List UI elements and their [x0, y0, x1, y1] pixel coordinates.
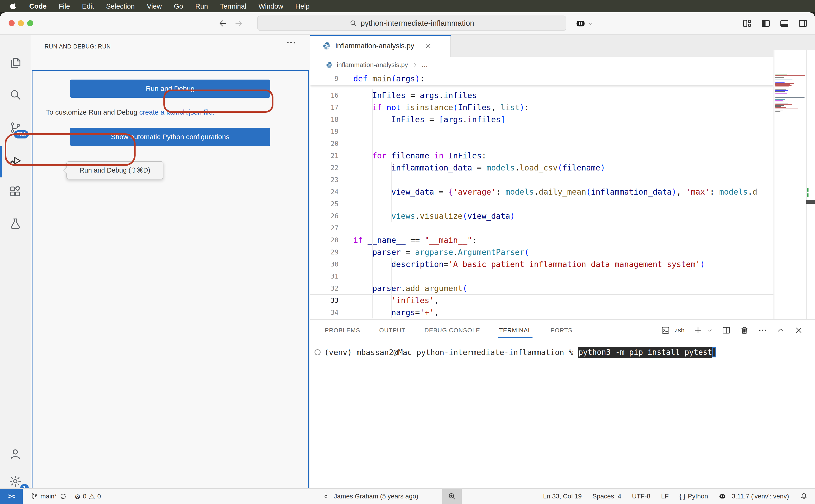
toggle-secondary-sidebar-icon[interactable]: [798, 18, 808, 29]
traffic-light-minimize[interactable]: [18, 20, 24, 26]
remote-indicator[interactable]: ><: [0, 489, 23, 504]
menu-go[interactable]: Go: [174, 2, 183, 10]
breadcrumb-more[interactable]: …: [422, 61, 428, 69]
sidebar-title: RUN AND DEBUG: RUN: [45, 43, 111, 50]
navigate-forward-icon[interactable]: [234, 19, 244, 28]
line-number: 25: [310, 200, 338, 208]
menu-view[interactable]: View: [147, 2, 161, 10]
activity-item-explorer[interactable]: [0, 50, 31, 76]
menu-code[interactable]: Code: [29, 2, 47, 10]
command-decoration-icon[interactable]: [315, 349, 321, 355]
maximize-panel-icon[interactable]: [776, 326, 785, 335]
code-text: for filename in InFiles:: [353, 150, 486, 162]
git-blame-label[interactable]: James Graham (5 years ago): [334, 493, 418, 500]
traffic-light-close[interactable]: [9, 20, 15, 26]
code-text: if __name__ == "__main__":: [353, 234, 477, 246]
code-line-19[interactable]: 19: [310, 125, 773, 138]
search-value: python-intermediate-inflammation: [361, 19, 474, 28]
activity-item-search[interactable]: [0, 82, 31, 107]
scrollbar-thumb[interactable]: [806, 200, 815, 204]
activity-item-accounts[interactable]: [0, 441, 31, 466]
code-line-33[interactable]: 33 'infiles',: [310, 294, 773, 306]
panel-tab-ports[interactable]: PORTS: [550, 321, 573, 340]
code-line-22[interactable]: 22 inflammation_data = models.load_csv(f…: [310, 162, 773, 174]
indent-guide: [391, 162, 392, 222]
menu-help[interactable]: Help: [295, 2, 310, 10]
language-mode[interactable]: { } Python: [680, 493, 708, 500]
breadcrumb-file[interactable]: inflammation-analysis.py: [337, 61, 408, 69]
toggle-primary-sidebar-icon[interactable]: [760, 18, 771, 29]
code-line-24[interactable]: 24 view_data = {'average': models.daily_…: [310, 186, 773, 198]
shell-label[interactable]: zsh: [674, 327, 685, 334]
code-line-30[interactable]: 30 description='A basic patient inflamma…: [310, 258, 773, 270]
minimap[interactable]: [773, 50, 806, 319]
sidebar-more-actions-icon[interactable]: [286, 37, 297, 48]
copilot-chevron-down-icon[interactable]: [588, 21, 594, 27]
panel-more-actions-icon[interactable]: [758, 326, 767, 335]
encoding[interactable]: UTF-8: [632, 493, 651, 500]
code-line-25[interactable]: 25: [310, 198, 773, 210]
code-line-16[interactable]: 16 InFiles = args.infiles: [310, 89, 773, 101]
breadcrumb[interactable]: inflammation-analysis.py …: [310, 57, 815, 73]
code-editor[interactable]: 16 InFiles = args.infiles17 if not isins…: [310, 73, 773, 319]
code-line-21[interactable]: 21 for filename in InFiles:: [310, 150, 773, 162]
panel-tab-debug-console[interactable]: DEBUG CONSOLE: [423, 321, 481, 340]
problems-item[interactable]: ⊗ 0 ⚠ 0: [75, 492, 101, 501]
interpreter-label[interactable]: 3.11.7 ('venv': venv): [732, 493, 789, 500]
code-line-27[interactable]: 27: [310, 222, 773, 234]
menu-edit[interactable]: Edit: [82, 2, 94, 10]
notifications-bell-icon[interactable]: [800, 492, 808, 501]
code-line-23[interactable]: 23: [310, 174, 773, 186]
sync-icon[interactable]: [59, 493, 67, 500]
code-line-9[interactable]: 9def main(args):: [310, 73, 773, 85]
navigate-back-icon[interactable]: [218, 19, 228, 28]
customize-layout-icon[interactable]: [742, 18, 753, 29]
menu-terminal[interactable]: Terminal: [220, 2, 246, 10]
menu-file[interactable]: File: [59, 2, 70, 10]
close-panel-icon[interactable]: [794, 326, 803, 335]
code-line-17[interactable]: 17 if not isinstance(InFiles, list):: [310, 101, 773, 113]
command-center-search[interactable]: python-intermediate-inflammation: [257, 16, 566, 31]
copilot-icon[interactable]: [719, 493, 726, 500]
zoom-status-button[interactable]: [442, 489, 462, 504]
menu-selection[interactable]: Selection: [106, 2, 135, 10]
split-terminal-icon[interactable]: [722, 326, 731, 335]
code-text: view_data = {'average': models.daily_mea…: [353, 186, 757, 198]
copilot-icon[interactable]: [575, 18, 586, 29]
apple-logo-icon[interactable]: [10, 2, 17, 10]
code-text: inflammation_data = models.load_csv(file…: [353, 162, 605, 174]
panel-tab-problems[interactable]: PROBLEMS: [324, 321, 361, 340]
cursor-position[interactable]: Ln 33, Col 19: [543, 493, 582, 500]
code-line-34[interactable]: 34 nargs='+',: [310, 306, 773, 318]
terminal-prompt: (venv) mbassan2@Mac python-intermediate-…: [324, 348, 578, 357]
code-line-32[interactable]: 32 parser.add_argument(: [310, 282, 773, 294]
code-line-26[interactable]: 26 views.visualize(view_data): [310, 210, 773, 222]
python-interpreter[interactable]: 3.11.7 ('venv': venv): [719, 493, 789, 500]
traffic-light-maximize[interactable]: [27, 20, 33, 26]
code-line-18[interactable]: 18 InFiles = [args.infiles]: [310, 113, 773, 125]
menu-window[interactable]: Window: [258, 2, 283, 10]
indentation[interactable]: Spaces: 4: [592, 493, 622, 500]
terminal-profile-chevron-icon[interactable]: [706, 327, 713, 334]
activity-item-extensions[interactable]: [0, 179, 31, 204]
tab-close-icon[interactable]: [424, 42, 432, 50]
eol[interactable]: LF: [661, 493, 669, 500]
terminal-content[interactable]: (venv) mbassan2@Mac python-intermediate-…: [315, 346, 716, 359]
panel-tab-output[interactable]: OUTPUT: [378, 321, 406, 340]
git-branch-item[interactable]: main*: [31, 493, 67, 500]
code-text: views.visualize(view_data): [353, 210, 515, 222]
toggle-panel-icon[interactable]: [779, 18, 790, 29]
kill-terminal-icon[interactable]: [740, 326, 749, 335]
tab-inflammation-analysis[interactable]: inflammation-analysis.py: [310, 35, 451, 57]
code-line-20[interactable]: 20: [310, 138, 773, 150]
code-line-28[interactable]: 28if __name__ == "__main__":: [310, 234, 773, 246]
sticky-scroll-line[interactable]: 9def main(args):: [310, 73, 773, 85]
code-line-29[interactable]: 29 parser = argparse.ArgumentParser(: [310, 246, 773, 258]
menu-run[interactable]: Run: [195, 2, 208, 10]
code-line-31[interactable]: 31: [310, 270, 773, 282]
new-terminal-icon[interactable]: [693, 326, 703, 335]
macos-menu-bar: CodeFileEditSelectionViewGoRunTerminalWi…: [0, 0, 815, 12]
activity-item-testing[interactable]: [0, 211, 31, 236]
tab-label: inflammation-analysis.py: [335, 42, 414, 50]
panel-tab-terminal[interactable]: TERMINAL: [498, 321, 532, 340]
